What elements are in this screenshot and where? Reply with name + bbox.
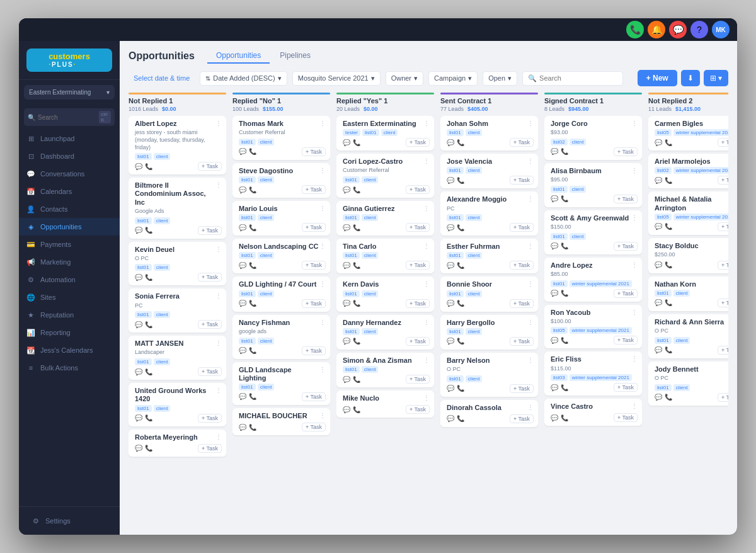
add-task-button[interactable]: + Task — [198, 444, 222, 453]
add-task-button[interactable]: + Task — [614, 242, 638, 251]
card-menu-icon[interactable]: ⋮ — [423, 280, 430, 287]
add-task-button[interactable]: + Task — [614, 383, 638, 392]
sidebar-item-launchpad[interactable]: ⊞ Launchpad — [19, 130, 120, 147]
kanban-card[interactable]: Michael & Natalia Arrington ⋮ list05wint… — [648, 191, 728, 234]
card-menu-icon[interactable]: ⋮ — [631, 214, 638, 221]
card-menu-icon[interactable]: ⋮ — [319, 280, 326, 287]
card-menu-icon[interactable]: ⋮ — [319, 167, 326, 174]
kanban-card[interactable]: Harry Bergollo ⋮ list01client 💬 📞 + Task — [440, 315, 538, 350]
add-task-button[interactable]: + Task — [510, 337, 534, 346]
card-menu-icon[interactable]: ⋮ — [215, 246, 222, 253]
add-task-button[interactable]: + Task — [510, 176, 534, 185]
sidebar-item-calendars[interactable]: 📅 Calendars — [19, 183, 120, 200]
card-menu-icon[interactable]: ⋮ — [319, 366, 326, 373]
kanban-card[interactable]: Bonnie Shoor ⋮ list01client 💬 📞 + Task — [440, 276, 538, 311]
add-task-button[interactable]: + Task — [718, 222, 728, 231]
tab-opportunities[interactable]: Opportunities — [207, 48, 270, 64]
add-task-button[interactable]: + Task — [198, 414, 222, 423]
kanban-card[interactable]: Scott & Amy Greenwald ⋮ $150.00 list01cl… — [544, 210, 642, 254]
pipeline-filter[interactable]: Mosquito Service 2021 ▾ — [292, 71, 381, 86]
card-menu-icon[interactable]: ⋮ — [527, 280, 534, 287]
kanban-card[interactable]: Alexandre Moggio ⋮ PC list01client 💬 📞 +… — [440, 191, 538, 236]
sidebar-item-bulk-actions[interactable]: ≡ Bulk Actions — [19, 359, 120, 377]
sort-filter[interactable]: ⇅ Date Added (DESC) ▾ — [200, 71, 287, 86]
card-menu-icon[interactable]: ⋮ — [631, 309, 638, 316]
add-task-button[interactable]: + Task — [198, 367, 222, 376]
kanban-card[interactable]: Simon & Ana Zisman ⋮ list01client 💬 📞 + … — [336, 353, 434, 387]
add-task-button[interactable]: + Task — [510, 138, 534, 147]
add-task-button[interactable]: + Task — [614, 195, 638, 203]
kanban-card[interactable]: Thomas Mark ⋮ Customer Referral list01cl… — [232, 116, 330, 160]
kanban-card[interactable]: Richard & Ann Sierra ⋮ O PC list01client… — [648, 314, 728, 358]
add-task-button[interactable]: + Task — [614, 413, 638, 422]
add-task-button[interactable]: + Task — [718, 138, 728, 147]
sidebar-item-marketing[interactable]: 📢 Marketing — [19, 253, 120, 271]
kanban-card[interactable]: Nelson Landscaping CC ⋮ list01client 💬 📞… — [232, 239, 330, 273]
card-menu-icon[interactable]: ⋮ — [215, 387, 222, 394]
kanban-card[interactable]: Mario Louis ⋮ list01client 💬 📞 + Task — [232, 201, 330, 236]
status-filter[interactable]: Open ▾ — [483, 71, 517, 86]
add-task-button[interactable]: + Task — [718, 176, 728, 185]
add-task-button[interactable]: + Task — [510, 261, 534, 270]
kanban-card[interactable]: Alisa Birnbaum ⋮ $95.00 list01client 💬 📞… — [544, 163, 642, 207]
kanban-card[interactable]: Jody Bennett ⋮ O PC list01client 💬 📞 + T… — [648, 362, 728, 406]
card-menu-icon[interactable]: ⋮ — [527, 120, 534, 127]
sidebar-item-opportunities[interactable]: ◈ Opportunities — [19, 218, 120, 236]
view-button[interactable]: ⊞ ▾ — [704, 70, 728, 86]
add-task-button[interactable]: + Task — [406, 375, 430, 384]
add-task-button[interactable]: + Task — [406, 138, 430, 147]
add-task-button[interactable]: + Task — [718, 393, 728, 402]
kanban-card[interactable]: Tina Carlo ⋮ list01client 💬 📞 + Task — [336, 239, 434, 273]
kanban-card[interactable]: Cori Lopez-Castro ⋮ Customer Referral li… — [336, 154, 434, 198]
phone-icon[interactable]: 📞 — [626, 21, 644, 38]
add-task-button[interactable]: + Task — [406, 405, 430, 414]
kanban-card[interactable]: Albert Lopez ⋮ jess storey - south miami… — [129, 116, 226, 174]
search-filter[interactable]: 🔍 — [522, 71, 623, 86]
sidebar-item-payments[interactable]: 💳 Payments — [19, 236, 120, 253]
add-task-button[interactable]: + Task — [614, 147, 638, 156]
card-menu-icon[interactable]: ⋮ — [423, 356, 430, 363]
add-task-button[interactable]: + Task — [406, 299, 430, 308]
add-task-button[interactable]: + Task — [510, 414, 534, 423]
add-task-button[interactable]: + Task — [302, 223, 326, 232]
kanban-card[interactable]: Dinorah Cassola ⋮ 💬 📞 + Task — [440, 400, 538, 427]
add-task-button[interactable]: + Task — [406, 337, 430, 346]
card-menu-icon[interactable]: ⋮ — [631, 355, 638, 362]
kanban-card[interactable]: Eastern Exterminating ⋮ testerlist01clie… — [336, 116, 434, 151]
kanban-card[interactable]: Sonia Ferrera ⋮ PC list01client 💬 📞 + Ta… — [129, 288, 226, 333]
card-menu-icon[interactable]: ⋮ — [527, 195, 534, 202]
owner-filter[interactable]: Owner ▾ — [386, 71, 423, 86]
kanban-card[interactable]: MICHAEL BOUCHER ⋮ 💬 📞 + Task — [232, 408, 330, 435]
card-menu-icon[interactable]: ⋮ — [423, 242, 430, 249]
add-task-button[interactable]: + Task — [198, 226, 222, 235]
add-task-button[interactable]: + Task — [510, 299, 534, 308]
new-button[interactable]: + New — [638, 70, 677, 86]
notification-icon[interactable]: 🔔 — [648, 21, 665, 38]
card-menu-icon[interactable]: ⋮ — [527, 319, 534, 326]
sidebar-item-contacts[interactable]: 👤 Contacts — [19, 200, 120, 218]
card-menu-icon[interactable]: ⋮ — [423, 319, 430, 326]
add-task-button[interactable]: + Task — [302, 261, 326, 270]
kanban-card[interactable]: Steve Dagostino ⋮ list01client 💬 📞 + Tas… — [232, 163, 330, 198]
add-task-button[interactable]: + Task — [406, 223, 430, 232]
add-task-button[interactable]: + Task — [406, 261, 430, 270]
card-menu-icon[interactable]: ⋮ — [319, 319, 326, 326]
kanban-card[interactable]: Nancy Fishman ⋮ google ads list01client … — [232, 315, 330, 359]
card-menu-icon[interactable]: ⋮ — [215, 181, 222, 188]
kanban-card[interactable]: Jorge Coro ⋮ $93.00 list02client 💬 📞 + T… — [544, 116, 642, 160]
card-menu-icon[interactable]: ⋮ — [319, 120, 326, 127]
kanban-card[interactable]: Andre Lopez ⋮ $85.00 list01winter supple… — [544, 258, 642, 302]
kanban-card[interactable]: Carmen Bigles ⋮ list05winter supplementa… — [648, 116, 728, 151]
add-task-button[interactable]: + Task — [510, 384, 534, 393]
kanban-card[interactable]: Barry Nelson ⋮ O PC list01client 💬 📞 + T… — [440, 353, 538, 397]
add-task-button[interactable]: + Task — [302, 423, 326, 431]
kanban-card[interactable]: GLD Lighting / 47 Court ⋮ list01client 💬… — [232, 276, 330, 311]
card-menu-icon[interactable]: ⋮ — [319, 242, 326, 249]
card-menu-icon[interactable]: ⋮ — [423, 120, 430, 127]
kanban-card[interactable]: Ariel Marmolejos ⋮ list02winter suppleme… — [648, 154, 728, 188]
search-input[interactable] — [38, 114, 96, 121]
kanban-card[interactable]: Jose Valencia ⋮ list01client 💬 📞 + Task — [440, 154, 538, 188]
card-menu-icon[interactable]: ⋮ — [527, 356, 534, 363]
help-icon[interactable]: ? — [690, 21, 708, 38]
kanban-card[interactable]: Ron Yacoub ⋮ $100.00 list05winter supple… — [544, 305, 642, 349]
